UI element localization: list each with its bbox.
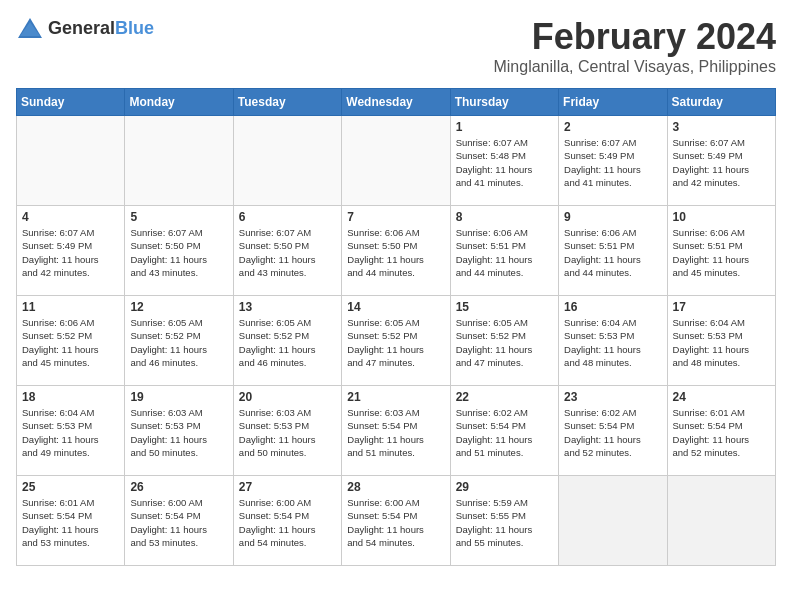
day-number: 26 xyxy=(130,480,227,494)
calendar-table: SundayMondayTuesdayWednesdayThursdayFrid… xyxy=(16,88,776,566)
day-number: 22 xyxy=(456,390,553,404)
day-number: 10 xyxy=(673,210,770,224)
calendar-cell: 17Sunrise: 6:04 AM Sunset: 5:53 PM Dayli… xyxy=(667,296,775,386)
cell-info: Sunrise: 6:02 AM Sunset: 5:54 PM Dayligh… xyxy=(456,406,553,459)
week-row-1: 1Sunrise: 6:07 AM Sunset: 5:48 PM Daylig… xyxy=(17,116,776,206)
header-tuesday: Tuesday xyxy=(233,89,341,116)
calendar-cell: 19Sunrise: 6:03 AM Sunset: 5:53 PM Dayli… xyxy=(125,386,233,476)
day-number: 9 xyxy=(564,210,661,224)
cell-info: Sunrise: 6:04 AM Sunset: 5:53 PM Dayligh… xyxy=(564,316,661,369)
logo-icon xyxy=(16,16,44,40)
calendar-cell: 20Sunrise: 6:03 AM Sunset: 5:53 PM Dayli… xyxy=(233,386,341,476)
day-number: 25 xyxy=(22,480,119,494)
day-number: 17 xyxy=(673,300,770,314)
cell-info: Sunrise: 6:06 AM Sunset: 5:51 PM Dayligh… xyxy=(456,226,553,279)
calendar-cell: 5Sunrise: 6:07 AM Sunset: 5:50 PM Daylig… xyxy=(125,206,233,296)
calendar-cell: 1Sunrise: 6:07 AM Sunset: 5:48 PM Daylig… xyxy=(450,116,558,206)
cell-info: Sunrise: 6:06 AM Sunset: 5:50 PM Dayligh… xyxy=(347,226,444,279)
calendar-cell: 29Sunrise: 5:59 AM Sunset: 5:55 PM Dayli… xyxy=(450,476,558,566)
day-number: 7 xyxy=(347,210,444,224)
cell-info: Sunrise: 6:05 AM Sunset: 5:52 PM Dayligh… xyxy=(347,316,444,369)
cell-info: Sunrise: 6:00 AM Sunset: 5:54 PM Dayligh… xyxy=(130,496,227,549)
day-number: 29 xyxy=(456,480,553,494)
day-number: 24 xyxy=(673,390,770,404)
day-number: 18 xyxy=(22,390,119,404)
calendar-cell: 9Sunrise: 6:06 AM Sunset: 5:51 PM Daylig… xyxy=(559,206,667,296)
cell-info: Sunrise: 6:00 AM Sunset: 5:54 PM Dayligh… xyxy=(347,496,444,549)
calendar-cell xyxy=(17,116,125,206)
header-wednesday: Wednesday xyxy=(342,89,450,116)
day-number: 20 xyxy=(239,390,336,404)
calendar-cell: 11Sunrise: 6:06 AM Sunset: 5:52 PM Dayli… xyxy=(17,296,125,386)
header-sunday: Sunday xyxy=(17,89,125,116)
cell-info: Sunrise: 5:59 AM Sunset: 5:55 PM Dayligh… xyxy=(456,496,553,549)
cell-info: Sunrise: 6:07 AM Sunset: 5:49 PM Dayligh… xyxy=(22,226,119,279)
cell-info: Sunrise: 6:06 AM Sunset: 5:51 PM Dayligh… xyxy=(564,226,661,279)
calendar-cell: 6Sunrise: 6:07 AM Sunset: 5:50 PM Daylig… xyxy=(233,206,341,296)
cell-info: Sunrise: 6:04 AM Sunset: 5:53 PM Dayligh… xyxy=(22,406,119,459)
day-number: 11 xyxy=(22,300,119,314)
day-number: 27 xyxy=(239,480,336,494)
calendar-cell xyxy=(559,476,667,566)
day-number: 13 xyxy=(239,300,336,314)
calendar-cell: 7Sunrise: 6:06 AM Sunset: 5:50 PM Daylig… xyxy=(342,206,450,296)
cell-info: Sunrise: 6:00 AM Sunset: 5:54 PM Dayligh… xyxy=(239,496,336,549)
week-row-4: 18Sunrise: 6:04 AM Sunset: 5:53 PM Dayli… xyxy=(17,386,776,476)
calendar-cell: 28Sunrise: 6:00 AM Sunset: 5:54 PM Dayli… xyxy=(342,476,450,566)
header-saturday: Saturday xyxy=(667,89,775,116)
calendar-cell: 2Sunrise: 6:07 AM Sunset: 5:49 PM Daylig… xyxy=(559,116,667,206)
week-row-5: 25Sunrise: 6:01 AM Sunset: 5:54 PM Dayli… xyxy=(17,476,776,566)
header-friday: Friday xyxy=(559,89,667,116)
calendar-cell: 21Sunrise: 6:03 AM Sunset: 5:54 PM Dayli… xyxy=(342,386,450,476)
day-number: 2 xyxy=(564,120,661,134)
logo: GeneralBlue xyxy=(16,16,154,40)
cell-info: Sunrise: 6:07 AM Sunset: 5:50 PM Dayligh… xyxy=(130,226,227,279)
calendar-body: 1Sunrise: 6:07 AM Sunset: 5:48 PM Daylig… xyxy=(17,116,776,566)
calendar-cell: 24Sunrise: 6:01 AM Sunset: 5:54 PM Dayli… xyxy=(667,386,775,476)
cell-info: Sunrise: 6:02 AM Sunset: 5:54 PM Dayligh… xyxy=(564,406,661,459)
cell-info: Sunrise: 6:01 AM Sunset: 5:54 PM Dayligh… xyxy=(22,496,119,549)
calendar-cell: 16Sunrise: 6:04 AM Sunset: 5:53 PM Dayli… xyxy=(559,296,667,386)
calendar-cell: 14Sunrise: 6:05 AM Sunset: 5:52 PM Dayli… xyxy=(342,296,450,386)
day-number: 8 xyxy=(456,210,553,224)
calendar-cell: 26Sunrise: 6:00 AM Sunset: 5:54 PM Dayli… xyxy=(125,476,233,566)
cell-info: Sunrise: 6:04 AM Sunset: 5:53 PM Dayligh… xyxy=(673,316,770,369)
cell-info: Sunrise: 6:03 AM Sunset: 5:53 PM Dayligh… xyxy=(239,406,336,459)
day-number: 15 xyxy=(456,300,553,314)
day-number: 16 xyxy=(564,300,661,314)
day-number: 6 xyxy=(239,210,336,224)
calendar-cell xyxy=(125,116,233,206)
calendar-header-row: SundayMondayTuesdayWednesdayThursdayFrid… xyxy=(17,89,776,116)
page-header: GeneralBlue February 2024 Minglanilla, C… xyxy=(16,16,776,76)
calendar-cell: 22Sunrise: 6:02 AM Sunset: 5:54 PM Dayli… xyxy=(450,386,558,476)
calendar-cell: 12Sunrise: 6:05 AM Sunset: 5:52 PM Dayli… xyxy=(125,296,233,386)
cell-info: Sunrise: 6:05 AM Sunset: 5:52 PM Dayligh… xyxy=(456,316,553,369)
calendar-cell: 8Sunrise: 6:06 AM Sunset: 5:51 PM Daylig… xyxy=(450,206,558,296)
cell-info: Sunrise: 6:06 AM Sunset: 5:52 PM Dayligh… xyxy=(22,316,119,369)
month-title: February 2024 xyxy=(493,16,776,58)
calendar-cell xyxy=(667,476,775,566)
calendar-cell: 3Sunrise: 6:07 AM Sunset: 5:49 PM Daylig… xyxy=(667,116,775,206)
cell-info: Sunrise: 6:05 AM Sunset: 5:52 PM Dayligh… xyxy=(130,316,227,369)
day-number: 19 xyxy=(130,390,227,404)
cell-info: Sunrise: 6:01 AM Sunset: 5:54 PM Dayligh… xyxy=(673,406,770,459)
week-row-2: 4Sunrise: 6:07 AM Sunset: 5:49 PM Daylig… xyxy=(17,206,776,296)
calendar-cell: 15Sunrise: 6:05 AM Sunset: 5:52 PM Dayli… xyxy=(450,296,558,386)
day-number: 14 xyxy=(347,300,444,314)
calendar-cell: 27Sunrise: 6:00 AM Sunset: 5:54 PM Dayli… xyxy=(233,476,341,566)
calendar-cell: 25Sunrise: 6:01 AM Sunset: 5:54 PM Dayli… xyxy=(17,476,125,566)
svg-marker-1 xyxy=(20,22,40,36)
day-number: 28 xyxy=(347,480,444,494)
cell-info: Sunrise: 6:07 AM Sunset: 5:50 PM Dayligh… xyxy=(239,226,336,279)
cell-info: Sunrise: 6:07 AM Sunset: 5:49 PM Dayligh… xyxy=(564,136,661,189)
title-area: February 2024 Minglanilla, Central Visay… xyxy=(493,16,776,76)
calendar-cell xyxy=(342,116,450,206)
day-number: 23 xyxy=(564,390,661,404)
cell-info: Sunrise: 6:05 AM Sunset: 5:52 PM Dayligh… xyxy=(239,316,336,369)
calendar-cell: 13Sunrise: 6:05 AM Sunset: 5:52 PM Dayli… xyxy=(233,296,341,386)
week-row-3: 11Sunrise: 6:06 AM Sunset: 5:52 PM Dayli… xyxy=(17,296,776,386)
cell-info: Sunrise: 6:03 AM Sunset: 5:54 PM Dayligh… xyxy=(347,406,444,459)
day-number: 1 xyxy=(456,120,553,134)
day-number: 5 xyxy=(130,210,227,224)
calendar-cell: 23Sunrise: 6:02 AM Sunset: 5:54 PM Dayli… xyxy=(559,386,667,476)
